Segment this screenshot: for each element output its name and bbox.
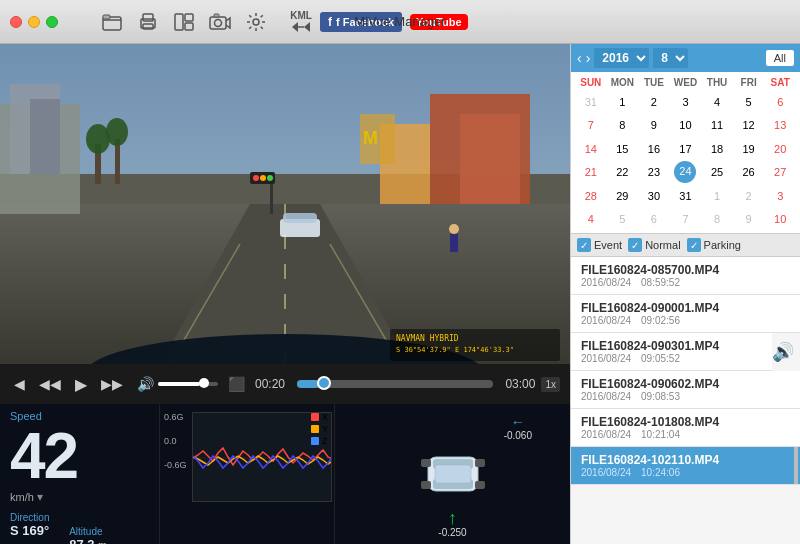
video-area[interactable]: M	[0, 44, 570, 364]
file-item-2[interactable]: FILE160824-090001.MP4 2016/08/24 09:02:5…	[571, 295, 800, 333]
export-button[interactable]: ⬛	[228, 376, 245, 392]
cal-day-5[interactable]: 5	[733, 91, 765, 114]
cal-day-9[interactable]: 9	[638, 114, 670, 137]
cal-day-1[interactable]: 1	[607, 91, 639, 114]
cal-day-6[interactable]: 6	[764, 91, 796, 114]
parking-checkbox[interactable]: ✓	[687, 238, 701, 252]
cal-day-23[interactable]: 23	[638, 161, 670, 184]
cal-day-7[interactable]: 7	[575, 114, 607, 137]
cal-day-27[interactable]: 27	[764, 161, 796, 184]
maximize-button[interactable]	[46, 16, 58, 28]
cal-header-tue: TUE	[638, 74, 670, 91]
svg-rect-20	[0, 104, 80, 214]
normal-checkbox[interactable]: ✓	[628, 238, 642, 252]
cal-day-25[interactable]: 25	[701, 161, 733, 184]
cal-day-16[interactable]: 16	[638, 138, 670, 161]
cal-day-18[interactable]: 18	[701, 138, 733, 161]
close-button[interactable]	[10, 16, 22, 28]
cal-day-2-next[interactable]: 2	[733, 185, 765, 208]
cal-day-28[interactable]: 28	[575, 185, 607, 208]
cal-day-20[interactable]: 20	[764, 138, 796, 161]
cal-day-14[interactable]: 14	[575, 138, 607, 161]
cal-day-7-next[interactable]: 7	[670, 208, 702, 231]
cal-header-fri: FRI	[733, 74, 765, 91]
cal-day-15[interactable]: 15	[607, 138, 639, 161]
calendar-next-button[interactable]: ›	[586, 50, 591, 66]
cal-day-12[interactable]: 12	[733, 114, 765, 137]
file-item-5[interactable]: FILE160824-101808.MP4 2016/08/24 10:21:0…	[571, 409, 800, 447]
cal-day-11[interactable]: 11	[701, 114, 733, 137]
cal-day-4-next[interactable]: 4	[575, 208, 607, 231]
car-orientation-section: ← -0.060	[335, 404, 570, 544]
cal-day-3-next[interactable]: 3	[764, 185, 796, 208]
volume-slider[interactable]	[158, 382, 218, 386]
cal-day-24-today[interactable]: 24	[674, 161, 696, 183]
speaker-icon: 🔊	[772, 341, 800, 363]
filter-event: ✓ Event	[577, 238, 622, 252]
cal-day-31-prev[interactable]: 31	[575, 91, 607, 114]
svg-rect-21	[10, 84, 60, 174]
cal-day-10-next[interactable]: 10	[764, 208, 796, 231]
svg-rect-52	[421, 481, 431, 489]
event-checkbox[interactable]: ✓	[577, 238, 591, 252]
layout-icon[interactable]	[170, 8, 198, 36]
minimize-button[interactable]	[28, 16, 40, 28]
camera-icon[interactable]	[206, 8, 234, 36]
pitch-value: -0.250	[438, 527, 466, 538]
pitch-indicator: ↑ -0.250	[438, 509, 466, 538]
calendar-prev-button[interactable]: ‹	[577, 50, 582, 66]
cal-day-30[interactable]: 30	[638, 185, 670, 208]
cal-day-22[interactable]: 22	[607, 161, 639, 184]
filter-bar: ✓ Event ✓ Normal ✓ Parking	[571, 233, 800, 257]
timeline[interactable]	[297, 380, 493, 388]
file-item-1[interactable]: FILE160824-085700.MP4 2016/08/24 08:59:5…	[571, 257, 800, 295]
file-item-3[interactable]: FILE160824-090301.MP4 2016/08/24 09:05:5…	[571, 333, 772, 371]
playback-speed[interactable]: 1x	[541, 377, 560, 392]
skip-forward-button[interactable]: ▶▶	[97, 374, 127, 394]
cal-day-19[interactable]: 19	[733, 138, 765, 161]
roll-value: -0.060	[504, 430, 532, 441]
cal-day-6-next[interactable]: 6	[638, 208, 670, 231]
open-folder-icon[interactable]	[98, 8, 126, 36]
file-name-6: FILE160824-102110.MP4	[581, 453, 790, 467]
cal-day-26[interactable]: 26	[733, 161, 765, 184]
cal-day-1-next[interactable]: 1	[701, 185, 733, 208]
cal-day-17[interactable]: 17	[670, 138, 702, 161]
file-meta-4: 2016/08/24 09:08:53	[581, 391, 790, 402]
cal-day-9-next[interactable]: 9	[733, 208, 765, 231]
calendar-all-button[interactable]: All	[766, 50, 794, 66]
play-button[interactable]: ▶	[71, 373, 91, 396]
file-name-4: FILE160824-090602.MP4	[581, 377, 790, 391]
svg-point-26	[106, 118, 128, 146]
settings-icon[interactable]	[242, 8, 270, 36]
cal-day-13[interactable]: 13	[764, 114, 796, 137]
skip-back-button[interactable]: ◀◀	[35, 374, 65, 394]
cal-day-2[interactable]: 2	[638, 91, 670, 114]
file-item-4[interactable]: FILE160824-090602.MP4 2016/08/24 09:08:5…	[571, 371, 800, 409]
cal-day-29[interactable]: 29	[607, 185, 639, 208]
svg-line-18	[170, 244, 240, 364]
svg-rect-50	[421, 459, 431, 467]
accel-labels: 0.6G 0.0 -0.6G	[164, 412, 187, 470]
cal-day-5-next[interactable]: 5	[607, 208, 639, 231]
prev-frame-button[interactable]: ◀	[10, 374, 29, 394]
calendar-year-select[interactable]: 2016	[594, 48, 649, 68]
svg-text:NAVMAN HYBRID: NAVMAN HYBRID	[396, 334, 459, 343]
cal-day-4[interactable]: 4	[701, 91, 733, 114]
cal-day-8[interactable]: 8	[607, 114, 639, 137]
cal-day-10[interactable]: 10	[670, 114, 702, 137]
print-icon[interactable]	[134, 8, 162, 36]
calendar-grid: SUN MON TUE WED THU FRI SAT 31 1 2 3 4 5	[571, 72, 800, 233]
cal-day-3[interactable]: 3	[670, 91, 702, 114]
cal-day-8-next[interactable]: 8	[701, 208, 733, 231]
svg-point-24	[86, 124, 110, 154]
file-item-3-row: FILE160824-090301.MP4 2016/08/24 09:05:5…	[571, 333, 800, 371]
accel-low-label: -0.6G	[164, 460, 187, 470]
cal-day-31[interactable]: 31	[670, 185, 702, 208]
svg-rect-4	[143, 24, 153, 29]
calendar-month-select[interactable]: 8	[653, 48, 688, 68]
cal-day-21[interactable]: 21	[575, 161, 607, 184]
kml-button[interactable]: KML	[290, 10, 312, 33]
file-item-6[interactable]: FILE160824-102110.MP4 2016/08/24 10:24:0…	[571, 447, 800, 485]
altitude-value: 87.3 m	[69, 537, 107, 544]
